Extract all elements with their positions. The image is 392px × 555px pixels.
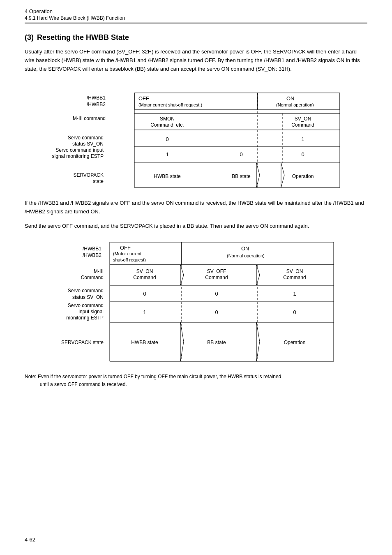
svg-text:Servo command: Servo command bbox=[68, 288, 104, 294]
paragraph3: Send the servo OFF command, and the SERV… bbox=[25, 222, 367, 231]
svg-text:(Normal operation): (Normal operation) bbox=[227, 253, 265, 258]
svg-text:status SV_ON: status SV_ON bbox=[72, 294, 104, 300]
svg-text:0: 0 bbox=[215, 291, 218, 297]
svg-text:0: 0 bbox=[301, 151, 304, 157]
svg-text:Command, etc.: Command, etc. bbox=[150, 122, 184, 128]
svg-text:ON: ON bbox=[241, 245, 249, 252]
section-title: (3)Resetting the HWBB State bbox=[25, 33, 367, 42]
svg-text:M-III: M-III bbox=[94, 268, 104, 274]
svg-text:(Motor current: (Motor current bbox=[113, 251, 141, 256]
svg-text:input signal: input signal bbox=[78, 309, 104, 314]
svg-text:Command: Command bbox=[205, 275, 228, 280]
svg-text:/HWBB2: /HWBB2 bbox=[87, 102, 106, 107]
svg-text:0: 0 bbox=[166, 136, 168, 142]
svg-text:SV_ON: SV_ON bbox=[136, 268, 153, 274]
svg-text:BB state: BB state bbox=[207, 340, 226, 345]
svg-text:ON: ON bbox=[286, 95, 295, 102]
svg-text:BB state: BB state bbox=[232, 173, 251, 179]
svg-text:1: 1 bbox=[143, 309, 146, 315]
svg-text:SV_ON: SV_ON bbox=[295, 116, 311, 122]
header: 4 Operation 4.9.1 Hard Wire Base Block (… bbox=[25, 8, 367, 23]
svg-text:1: 1 bbox=[166, 151, 168, 157]
svg-text:SMON: SMON bbox=[160, 116, 175, 122]
svg-text:1: 1 bbox=[301, 136, 304, 142]
svg-text:monitoring ESTP: monitoring ESTP bbox=[66, 315, 104, 321]
section-number: (3) bbox=[25, 33, 34, 42]
svg-text:Operation: Operation bbox=[284, 340, 306, 345]
svg-text:OFF: OFF bbox=[120, 245, 131, 251]
svg-text:0: 0 bbox=[215, 309, 218, 315]
page-footer: 4-62 bbox=[25, 536, 35, 543]
section-title-text: Resetting the HWBB State bbox=[37, 33, 129, 42]
header-main: 4 Operation bbox=[25, 8, 367, 14]
note-text: Note: Even if the servomotor power is tu… bbox=[25, 373, 367, 388]
svg-text:status SV_ON: status SV_ON bbox=[72, 141, 104, 147]
svg-text:Servo command: Servo command bbox=[68, 135, 104, 141]
svg-marker-79 bbox=[256, 322, 260, 361]
svg-text:Command: Command bbox=[81, 275, 104, 280]
svg-text:signal monitoring ESTP: signal monitoring ESTP bbox=[52, 153, 104, 159]
svg-text:SV_OFF: SV_OFF bbox=[207, 268, 226, 274]
svg-text:HWBB state: HWBB state bbox=[154, 173, 181, 179]
svg-text:shut-off request): shut-off request) bbox=[113, 257, 146, 262]
svg-text:Command: Command bbox=[133, 275, 156, 280]
svg-text:0: 0 bbox=[240, 151, 242, 157]
svg-text:HWBB state: HWBB state bbox=[131, 340, 158, 345]
svg-text:Servo command input: Servo command input bbox=[55, 147, 104, 153]
diagram2-svg: /HWBB1 /HWBB2 OFF (Motor current shut-of… bbox=[40, 238, 352, 365]
svg-text:1: 1 bbox=[293, 291, 296, 297]
svg-text:(Normal operation): (Normal operation) bbox=[276, 102, 314, 107]
svg-text:Command: Command bbox=[291, 122, 314, 128]
paragraph2: If the /HWBB1 and /HWBB2 signals are OFF… bbox=[25, 199, 367, 216]
paragraph1: Usually after the servo OFF command (SV_… bbox=[25, 48, 367, 73]
diagram1: OFF (Motor current shut-off request.) ON… bbox=[25, 81, 367, 192]
svg-text:/HWBB1: /HWBB1 bbox=[83, 246, 101, 252]
svg-text:(Motor current shut-off reques: (Motor current shut-off request.) bbox=[138, 102, 202, 107]
svg-text:SERVOPACK state: SERVOPACK state bbox=[61, 340, 104, 345]
svg-text:Servo command: Servo command bbox=[68, 303, 104, 308]
svg-text:M-III command: M-III command bbox=[73, 116, 106, 121]
svg-text:Command: Command bbox=[283, 275, 306, 280]
svg-text:/HWBB2: /HWBB2 bbox=[83, 252, 101, 258]
page: 4 Operation 4.9.1 Hard Wire Base Block (… bbox=[0, 0, 392, 555]
svg-marker-59 bbox=[180, 265, 184, 285]
header-sub: 4.9.1 Hard Wire Base Block (HWBB) Functi… bbox=[25, 15, 367, 21]
svg-text:SERVOPACK: SERVOPACK bbox=[73, 172, 104, 178]
svg-text:0: 0 bbox=[143, 291, 146, 297]
svg-text:state: state bbox=[93, 178, 104, 184]
note-label: Note: Even if the servomotor power is tu… bbox=[25, 374, 281, 379]
svg-marker-60 bbox=[256, 265, 260, 285]
svg-marker-31 bbox=[256, 163, 260, 187]
diagram1-svg: OFF (Motor current shut-off request.) ON… bbox=[40, 81, 352, 192]
svg-text:SV_ON: SV_ON bbox=[286, 268, 303, 274]
svg-text:0: 0 bbox=[293, 309, 296, 315]
note-body: until a servo OFF command is received. bbox=[25, 382, 127, 387]
svg-text:Operation: Operation bbox=[292, 173, 314, 179]
svg-text:/HWBB1: /HWBB1 bbox=[87, 95, 106, 101]
svg-marker-77 bbox=[180, 322, 184, 361]
diagram2: /HWBB1 /HWBB2 OFF (Motor current shut-of… bbox=[25, 238, 367, 365]
svg-text:OFF: OFF bbox=[138, 95, 149, 102]
svg-marker-37 bbox=[281, 163, 284, 187]
